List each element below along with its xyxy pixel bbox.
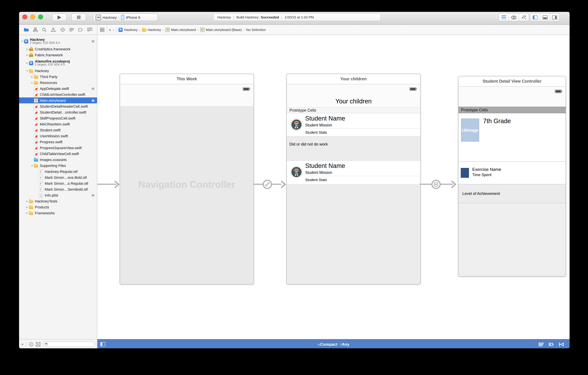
related-items-icon[interactable] [100,27,105,32]
disclosure-closed-icon[interactable]: ▸ [25,199,29,203]
simulated-navbar[interactable]: Your children [287,84,420,107]
toggle-navigator-button[interactable] [530,13,540,21]
navigator-row-progresssquareview-swift[interactable]: ProgressSquareView.swift [19,145,97,151]
student-stats-label[interactable]: Student Stats [305,178,327,182]
issue-navigator-tab[interactable] [51,27,56,32]
student-detail-header-cell[interactable]: UIImage 7th Grade 11 mins1 badges23k poi… [458,113,566,161]
add-button[interactable]: + [21,342,24,347]
toggle-debug-area-button[interactable] [540,13,550,21]
project-navigator-tab[interactable] [24,27,29,32]
recent-files-filter-icon[interactable] [29,342,33,347]
navigator-row-frameworks[interactable]: ▸Frameworks [19,210,97,216]
navigator-row-products[interactable]: ▸Products [19,204,97,210]
breadcrumb-item-no-selection[interactable]: No Selection [246,28,266,32]
assistant-editor-button[interactable] [509,13,519,21]
navigator-row-progress-swift[interactable]: Progress.swift [19,139,97,145]
symbol-navigator-tab[interactable] [33,27,38,32]
show-segue-icon[interactable] [431,180,441,189]
stop-button[interactable] [71,13,86,21]
navigator-row-mark-simon-a-regular-otf[interactable]: Mark Simon…a Regular.otf [19,180,97,186]
navigator-row-mark-simon-semibold-otf[interactable]: Mark Simon…Semibold.otf [19,186,97,192]
initial-entry-arrow[interactable] [97,184,116,185]
student-mission-label[interactable]: Student Mission [305,171,332,175]
scheme-name[interactable]: Hackney [103,15,117,19]
scheme-selector[interactable]: 103 Hackney › iPhone 6 [93,13,158,21]
disclosure-open-icon[interactable]: ▾ [25,69,29,72]
disclosure-closed-icon[interactable]: ▸ [25,47,29,51]
student-cell[interactable]: Student Name Student Mission Student Sta… [287,113,420,136]
breadcrumb-item-hackney[interactable]: Hackney [119,27,138,32]
navigator-row-info-plist[interactable]: Info.plistM [19,192,97,198]
student-name-label[interactable]: Student Name [305,115,345,122]
pin-button[interactable] [548,342,554,347]
navigator-row-fabric-framework[interactable]: ▸Fabric.framework [19,52,97,58]
minimize-window-button[interactable] [30,14,35,19]
breakpoint-navigator-tab[interactable] [78,27,83,32]
debug-navigator-tab[interactable] [69,27,74,32]
zoom-window-button[interactable] [38,14,43,19]
scene-title[interactable]: Your children [287,74,420,84]
navigator-row-third-party[interactable]: ▸Third Party [19,74,97,80]
report-navigator-tab[interactable] [87,27,92,32]
work-status-label[interactable]: Did or did not do work [289,142,328,146]
student-name-label[interactable]: Student Name [305,162,345,170]
disclosure-closed-icon[interactable]: ▸ [25,205,29,209]
navigator-row-appdelegate-swift[interactable]: AppDelegate.swiftM [19,86,97,91]
time-spent-label[interactable]: Time Spent [472,173,492,177]
student-cell[interactable]: Student Name Student Mission Student Sta… [287,161,420,185]
achievement-cell[interactable]: Level of Achievement [458,184,566,203]
disclosure-closed-icon[interactable]: ▸ [30,81,34,84]
navigator-row-skillprogresscell-swift[interactable]: SkillProgressCell.swift [19,115,97,121]
navigator-row-hackney[interactable]: ▾Hackney2 targets, iOS SDK 8.4M [19,36,97,46]
breadcrumb-item-hackney[interactable]: Hackney [142,28,161,32]
search-navigator-tab[interactable] [42,27,47,32]
scene-title[interactable]: Student Detail View Controller [458,76,566,87]
navigator-row-resources[interactable]: ▸Resources [19,80,97,86]
navigator-row-studentdetail-ontroller-swift[interactable]: StudentDetail…ontroller.swift [19,109,97,115]
student-mission-label[interactable]: Student Mission [305,123,332,127]
scene-navigation-controller[interactable]: This Week Navigation Controller [120,74,254,285]
navigator-row-crashlytics-framework[interactable]: ▸Crashlytics.framework [19,46,97,52]
student-stats-label[interactable]: Student Stats [305,130,327,134]
nav-bar-title[interactable]: Your children [287,98,420,105]
disclosure-closed-icon[interactable]: ▸ [25,61,29,65]
storyboard-canvas[interactable]: This Week Navigation Controller Your [97,35,570,339]
standard-editor-button[interactable] [499,13,509,21]
navigator-row-images-xcassets[interactable]: Images.xcassets [19,157,97,163]
grade-label[interactable]: 7th Grade [483,118,511,125]
navigator-row-main-storyboard[interactable]: Main.storyboardM [19,98,97,103]
disclosure-closed-icon[interactable]: ▸ [25,211,29,215]
align-button[interactable] [538,342,544,347]
disclosure-closed-icon[interactable]: ▸ [25,53,29,57]
scene-your-children[interactable]: Your children Your children Prototype Ce… [286,74,421,285]
navigator-row-hackney[interactable]: ▾Hackney [19,68,97,74]
toggle-inspector-button[interactable] [550,13,559,21]
simulated-navbar[interactable] [458,87,566,107]
navigation-controller-body[interactable]: Navigation Controller [120,106,253,284]
work-status-cell[interactable]: Did or did not do work [287,136,420,161]
test-navigator-tab[interactable] [60,27,65,32]
disclosure-open-icon[interactable]: ▾ [20,40,24,43]
navigator-row-student-swift[interactable]: Student.swift [19,127,97,133]
relationship-segue-icon[interactable] [263,180,272,189]
forward-button[interactable]: › [113,27,114,32]
run-button[interactable] [52,13,67,21]
resolve-autolayout-button[interactable] [559,342,564,347]
scene-student-detail[interactable]: Student Detail View Controller Prototype… [458,76,566,276]
unsaved-files-filter-icon[interactable] [36,342,41,347]
navigator-row-supporting-files[interactable]: ▾Supporting Files [19,163,97,169]
breadcrumb-item-main-storyboard[interactable]: Main.storyboard [165,27,196,32]
disclosure-open-icon[interactable]: ▾ [30,164,34,167]
size-class-control[interactable]: wCompact hAny [97,342,570,347]
back-button[interactable]: ‹ [109,27,111,32]
navigator-row-hackneytests[interactable]: ▸HackneyTests [19,198,97,204]
navigator-row-usermission-swift[interactable]: UserMission.swift [19,133,97,139]
disclosure-closed-icon[interactable]: ▸ [30,75,34,78]
navigator-row-mark-simon-ova-bold-otf[interactable]: Mark Simon…ova Bold.otf [19,175,97,180]
breadcrumb-item-main-storyboard-base[interactable]: Main.storyboard (Base) [200,27,242,32]
navigator-row-childlistviewcontroller-swift[interactable]: ChildListViewController.swift [19,91,97,98]
simulated-navbar[interactable] [120,84,253,106]
navigator-filter-field[interactable] [43,342,95,347]
version-editor-button[interactable] [519,13,529,21]
destination-name[interactable]: iPhone 6 [126,15,140,19]
